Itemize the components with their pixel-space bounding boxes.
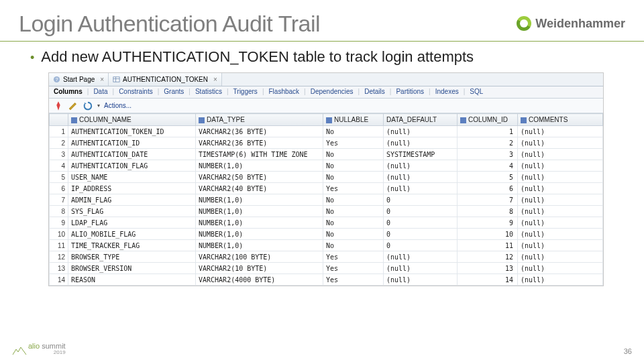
cell-nullable: No [323,206,384,217]
cell-nullable: Yes [323,183,384,194]
table-row[interactable]: 6IP_ADDRESSVARCHAR2(40 BYTE)Yes(null)6(n… [50,183,603,194]
cell-default: 0 [384,217,458,229]
cell-data-type: NUMBER(1,0) [196,160,323,172]
view-tab-sql[interactable]: SQL [465,86,488,98]
table-row[interactable]: 8SYS_FLAGNUMBER(1,0)No08(null) [50,206,603,217]
cell-comments: (null) [518,160,603,172]
cell-column-id: 5 [458,172,518,183]
cell-column-id: 13 [458,263,518,274]
pin-icon[interactable] [53,101,64,111]
cell-column-id: 6 [458,183,518,194]
cell-comments: (null) [518,217,603,229]
col-header-id[interactable]: COLUMN_ID [458,114,518,126]
view-tab-grants[interactable]: Grants [159,86,189,98]
row-number: 5 [50,172,68,183]
cell-data-type: VARCHAR2(40 BYTE) [196,183,323,194]
cell-column-name: TIME_TRACKER_FLAG [68,240,196,251]
table-row[interactable]: 4AUTHENTICATION_FLAGNUMBER(1,0)No(null)4… [50,160,603,172]
cell-data-type: NUMBER(1,0) [196,217,323,229]
cell-default: (null) [384,183,458,194]
table-row[interactable]: 1AUTHENTICATION_TOKEN_IDVARCHAR2(36 BYTE… [50,126,603,137]
col-header-label: NULLABLE [334,116,368,123]
footer-logo: alio summit 2019 [12,343,66,355]
cell-default: (null) [384,263,458,274]
brand-logo: Weidenhammer [517,16,625,31]
view-tab-triggers[interactable]: Triggers [229,86,262,98]
table-row[interactable]: 9LDAP_FLAGNUMBER(1,0)No09(null) [50,217,603,229]
cell-column-name: REASON [68,274,196,286]
table-row[interactable]: 14REASONVARCHAR2(4000 BYTE)Yes(null)14(n… [50,274,603,286]
table-row[interactable]: 11TIME_TRACKER_FLAGNUMBER(1,0)No011(null… [50,240,603,251]
row-number: 14 [50,274,68,286]
table-row[interactable]: 3AUTHENTICATION_DATETIMESTAMP(6) WITH TI… [50,149,603,160]
cell-nullable: No [323,172,384,183]
chevron-down-icon[interactable]: ▾ [97,103,100,109]
table-row[interactable]: 2AUTHENTICATION_IDVARCHAR2(36 BYTE)Yes(n… [50,137,603,149]
row-number: 4 [50,160,68,172]
cell-data-type: NUMBER(1,0) [196,206,323,217]
cell-comments: (null) [518,274,603,286]
tab-authentication-token[interactable]: AUTHENTICATION_TOKEN × [109,73,222,86]
table-row[interactable]: 10ALIO_MOBILE_FLAGNUMBER(1,0)No010(null) [50,229,603,240]
refresh-icon[interactable] [83,101,93,111]
grid-toolbar: ▾ Actions... [49,99,603,113]
table-row[interactable]: 13BROWSER_VERSIONVARCHAR2(10 BYTE)Yes(nu… [50,263,603,274]
col-header-type[interactable]: DATA_TYPE [196,114,323,126]
row-number: 11 [50,240,68,251]
cell-comments: (null) [518,172,603,183]
cell-column-name: LDAP_FLAG [68,217,196,229]
close-icon[interactable]: × [213,76,217,83]
view-tab-constraints[interactable]: Constraints [114,86,158,98]
view-tab-columns[interactable]: Columns [49,86,87,98]
cell-nullable: No [323,217,384,229]
sort-icon [199,117,205,123]
view-tab-partitions[interactable]: Partitions [391,86,429,98]
cell-nullable: Yes [323,137,384,149]
cell-data-type: TIMESTAMP(6) WITH TIME ZONE [196,149,323,160]
view-tab-statistics[interactable]: Statistics [191,86,227,98]
table-row[interactable]: 7ADMIN_FLAGNUMBER(1,0)No07(null) [50,194,603,206]
sort-icon [521,117,527,123]
col-header-name[interactable]: COLUMN_NAME [68,114,196,126]
cell-column-id: 10 [458,229,518,240]
actions-link[interactable]: Actions... [104,102,131,109]
col-header-label: DATA_DEFAULT [386,116,437,123]
cell-comments: (null) [518,229,603,240]
cell-column-id: 1 [458,126,518,137]
cell-nullable: No [323,126,384,137]
view-tab-flashback[interactable]: Flashback [264,86,304,98]
col-header-default[interactable]: DATA_DEFAULT [384,114,458,126]
tab-start-page[interactable]: ? Start Page × [49,73,109,86]
view-tab-data[interactable]: Data [89,86,112,98]
cell-nullable: Yes [323,251,384,263]
cell-column-id: 3 [458,149,518,160]
col-header-rownum[interactable] [50,114,68,126]
mountain-icon [12,346,27,355]
view-tab-indexes[interactable]: Indexes [431,86,464,98]
col-header-nullable[interactable]: NULLABLE [323,114,384,126]
cell-default: (null) [384,137,458,149]
cell-data-type: VARCHAR2(50 BYTE) [196,172,323,183]
table-row[interactable]: 5USER_NAMEVARCHAR2(50 BYTE)No(null)5(nul… [50,172,603,183]
help-icon: ? [53,76,60,83]
view-tab-details[interactable]: Details [360,86,390,98]
cell-column-name: ALIO_MOBILE_FLAG [68,229,196,240]
row-number: 7 [50,194,68,206]
edit-icon[interactable] [68,101,78,111]
cell-column-id: 4 [458,160,518,172]
footer-year: 2019 [28,350,66,355]
cell-column-name: BROWSER_VERSION [68,263,196,274]
view-tab-dependencies[interactable]: Dependencies [306,86,358,98]
brand-text: Weidenhammer [535,17,625,31]
col-header-comments[interactable]: COMMENTS [518,114,603,126]
close-icon[interactable]: × [100,76,104,83]
cell-nullable: No [323,240,384,251]
brand-swirl-icon [517,16,531,31]
col-header-label: COLUMN_ID [468,116,508,123]
page-number: 36 [624,347,632,355]
cell-comments: (null) [518,263,603,274]
row-number: 8 [50,206,68,217]
col-header-label: DATA_TYPE [207,116,245,123]
sort-icon [71,117,77,123]
table-row[interactable]: 12BROWSER_TYPEVARCHAR2(100 BYTE)Yes(null… [50,251,603,263]
